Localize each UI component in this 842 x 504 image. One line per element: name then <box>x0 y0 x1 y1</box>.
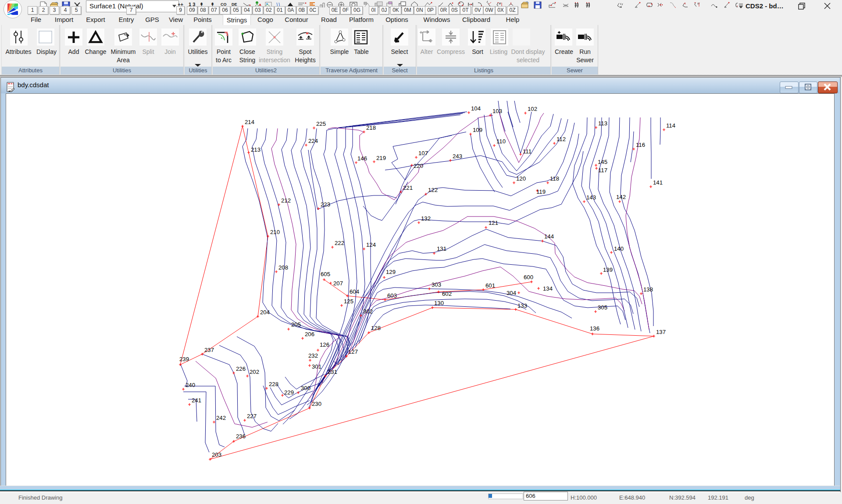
svg-text:136: 136 <box>590 325 599 332</box>
svg-text:131: 131 <box>437 245 446 252</box>
svg-text:138: 138 <box>643 286 653 293</box>
svg-text:109: 109 <box>473 127 482 133</box>
svg-text:301: 301 <box>312 363 321 370</box>
svg-text:121: 121 <box>489 220 498 226</box>
svg-text:202: 202 <box>250 369 259 375</box>
svg-text:218: 218 <box>366 124 376 131</box>
svg-text:222: 222 <box>335 240 344 246</box>
svg-text:145: 145 <box>598 159 607 165</box>
svg-text:206: 206 <box>305 331 314 337</box>
svg-text:220: 220 <box>414 163 423 169</box>
svg-text:600: 600 <box>524 274 533 280</box>
svg-text:114: 114 <box>666 122 675 129</box>
svg-text:224: 224 <box>308 138 318 144</box>
svg-text:124: 124 <box>366 241 376 248</box>
svg-text:122: 122 <box>428 187 438 193</box>
svg-text:146: 146 <box>357 155 367 162</box>
svg-text:129: 129 <box>386 269 396 275</box>
svg-text:204: 204 <box>260 309 270 316</box>
svg-text:141: 141 <box>653 179 663 186</box>
svg-text:305: 305 <box>598 304 607 311</box>
svg-text:210: 210 <box>270 229 280 235</box>
svg-text:223: 223 <box>321 201 330 208</box>
svg-text:112: 112 <box>557 136 566 142</box>
svg-text:243: 243 <box>453 153 462 160</box>
svg-text:605: 605 <box>321 271 330 277</box>
svg-text:140: 140 <box>614 245 624 252</box>
svg-text:214: 214 <box>245 119 254 125</box>
svg-text:125: 125 <box>344 298 353 305</box>
svg-text:132: 132 <box>421 215 431 222</box>
svg-text:133: 133 <box>517 302 527 309</box>
svg-text:242: 242 <box>216 415 226 421</box>
svg-text:604: 604 <box>350 288 359 295</box>
svg-text:236: 236 <box>236 433 246 440</box>
svg-text:104: 104 <box>471 105 481 112</box>
svg-text:205: 205 <box>291 321 301 328</box>
svg-text:142: 142 <box>616 194 626 200</box>
svg-text:128: 128 <box>371 325 381 331</box>
svg-text:126: 126 <box>320 341 329 348</box>
svg-text:601: 601 <box>485 282 495 289</box>
svg-text:208: 208 <box>278 264 288 271</box>
svg-text:207: 207 <box>333 280 343 287</box>
svg-text:107: 107 <box>418 150 428 156</box>
svg-text:119: 119 <box>536 188 546 195</box>
svg-text:143: 143 <box>586 194 596 201</box>
svg-text:139: 139 <box>603 266 613 273</box>
svg-text:127: 127 <box>348 348 358 355</box>
svg-text:304: 304 <box>507 290 516 296</box>
svg-text:226: 226 <box>236 366 246 372</box>
svg-text:117: 117 <box>598 167 607 174</box>
svg-text:302: 302 <box>363 308 373 315</box>
svg-text:603: 603 <box>387 292 397 299</box>
svg-text:137: 137 <box>656 329 666 335</box>
svg-text:102: 102 <box>528 106 537 112</box>
svg-text:232: 232 <box>308 352 318 359</box>
svg-text:134: 134 <box>543 285 553 292</box>
svg-text:237: 237 <box>204 347 214 353</box>
svg-text:203: 203 <box>212 451 221 458</box>
svg-text:221: 221 <box>403 185 413 191</box>
svg-text:118: 118 <box>550 175 559 182</box>
svg-text:144: 144 <box>544 233 554 240</box>
svg-text:116: 116 <box>636 142 645 148</box>
svg-text:110: 110 <box>496 138 506 145</box>
svg-text:213: 213 <box>251 146 260 153</box>
svg-text:230: 230 <box>312 401 321 407</box>
svg-text:241: 241 <box>192 397 201 404</box>
svg-text:240: 240 <box>186 382 195 388</box>
svg-text:229: 229 <box>284 389 294 396</box>
svg-text:111: 111 <box>523 148 532 155</box>
svg-text:239: 239 <box>179 356 189 362</box>
svg-text:113: 113 <box>598 120 607 127</box>
svg-text:120: 120 <box>516 175 526 182</box>
svg-text:303: 303 <box>432 281 441 288</box>
svg-text:227: 227 <box>247 413 257 419</box>
svg-text:602: 602 <box>442 291 452 297</box>
svg-text:130: 130 <box>434 300 444 306</box>
svg-text:225: 225 <box>316 121 326 127</box>
svg-text:219: 219 <box>376 155 386 161</box>
svg-text:231: 231 <box>328 369 337 375</box>
svg-text:228: 228 <box>269 381 278 387</box>
svg-text:103: 103 <box>492 108 502 114</box>
svg-text:300: 300 <box>301 385 310 391</box>
svg-text:212: 212 <box>281 197 291 204</box>
